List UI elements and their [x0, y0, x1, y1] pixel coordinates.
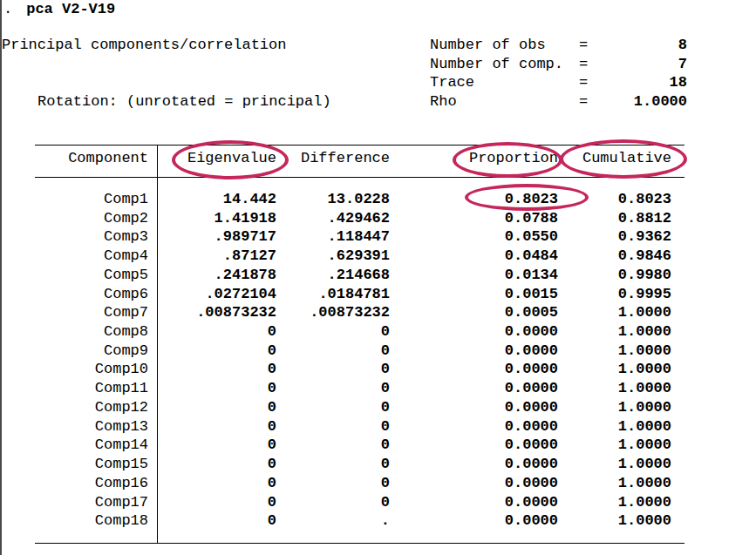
table-row: Comp8 0 0 0.0000 1.0000 [0, 322, 756, 342]
table-row: Comp13 0 0 0.0000 1.0000 [0, 417, 756, 437]
proportion-cell: 0.0000 [427, 455, 558, 474]
stata-results-window: .pca V2-V19 Principal components/correla… [0, 0, 756, 555]
command-text: pca V2-V19 [26, 1, 115, 17]
cumulative-cell: 0.9980 [541, 266, 671, 285]
cumulative-cell: 1.0000 [541, 436, 671, 455]
stat-label-number-of-comp: Number of comp. [430, 56, 563, 72]
difference-cell: 0 [259, 455, 390, 474]
command-line: .pca V2-V19 [3, 1, 115, 17]
table-row: Comp9 0 0 0.0000 1.0000 [0, 342, 756, 361]
stat-label-number-of-obs: Number of obs [430, 37, 546, 53]
component-cell: Comp13 [17, 417, 148, 437]
output-title: Principal components/correlation [2, 37, 286, 53]
eigenvalue-cell: 0 [146, 342, 276, 361]
stat-label-trace: Trace [430, 74, 474, 91]
cumulative-cell: 1.0000 [541, 511, 671, 531]
cumulative-cell: 0.8023 [541, 190, 671, 209]
rotation-line: Rotation: (unrotated = principal) [37, 93, 331, 110]
stat-label-rho: Rho [430, 93, 457, 110]
cumulative-cell: 1.0000 [541, 398, 671, 417]
proportion-cell: 0.0000 [427, 436, 558, 455]
table-row: Comp5 .241878 .214668 0.0134 0.9980 [0, 266, 756, 285]
component-cell: Comp8 [17, 322, 148, 342]
eigenvalue-cell: .87127 [146, 247, 276, 266]
column-header-cumulative: Cumulative [541, 150, 671, 166]
stat-value-rho: 1.0000 [593, 93, 687, 110]
proportion-cell: 0.0134 [427, 266, 558, 285]
difference-cell: 0 [259, 398, 390, 417]
table-row: Comp10 0 0 0.0000 1.0000 [0, 360, 756, 379]
table-row: Comp15 0 0 0.0000 1.0000 [0, 455, 756, 474]
difference-cell: 0 [259, 322, 390, 342]
eigenvalue-cell: 0 [146, 493, 276, 512]
eigenvalue-cell: .241878 [146, 266, 276, 285]
component-cell: Comp3 [17, 227, 148, 247]
stat-value-number-of-comp: 7 [593, 56, 687, 72]
table-row: Comp4 .87127 .629391 0.0484 0.9846 [0, 247, 756, 266]
difference-cell: 0 [259, 417, 390, 437]
cumulative-cell: 1.0000 [541, 303, 671, 322]
stat-eq: = [579, 93, 588, 110]
cumulative-cell: 1.0000 [541, 493, 671, 512]
component-cell: Comp2 [17, 209, 148, 228]
eigenvalue-cell: 0 [146, 360, 276, 379]
table-row: Comp18 0 . 0.0000 1.0000 [0, 511, 756, 531]
eigenvalue-cell: .989717 [146, 227, 276, 247]
cumulative-cell: 1.0000 [541, 342, 671, 361]
component-cell: Comp18 [17, 511, 148, 531]
difference-cell: 0 [259, 379, 390, 398]
table-header-row: Component Eigenvalue Difference Proporti… [0, 150, 756, 169]
cumulative-cell: 1.0000 [541, 417, 671, 437]
eigenvalue-cell: 0 [146, 511, 276, 531]
table-row: Comp7 .00873232 .00873232 0.0005 1.0000 [0, 303, 756, 322]
proportion-cell: 0.0000 [427, 417, 558, 437]
eigenvalue-cell: 0 [146, 455, 276, 474]
cumulative-cell: 1.0000 [541, 455, 671, 474]
table-row: Comp1 14.442 13.0228 0.8023 0.8023 [0, 190, 756, 209]
stat-eq: = [579, 56, 588, 72]
cumulative-cell: 0.8812 [541, 209, 671, 228]
proportion-cell: 0.0000 [427, 493, 558, 512]
stat-value-trace: 18 [593, 74, 687, 91]
difference-cell: . [259, 511, 390, 531]
component-cell: Comp15 [17, 455, 148, 474]
cumulative-cell: 1.0000 [541, 474, 671, 493]
table-row: Comp12 0 0 0.0000 1.0000 [0, 398, 756, 417]
component-cell: Comp5 [17, 266, 148, 285]
difference-cell: 0 [259, 342, 390, 361]
proportion-cell: 0.0788 [427, 209, 558, 228]
proportion-cell: 0.0000 [427, 379, 558, 398]
table-header-rule [35, 177, 684, 178]
eigenvalue-cell: 0 [146, 436, 276, 455]
eigenvalue-cell: 0 [146, 417, 276, 437]
table-row: Comp16 0 0 0.0000 1.0000 [0, 474, 756, 493]
stat-value-number-of-obs: 8 [593, 37, 687, 53]
table-row: Comp14 0 0 0.0000 1.0000 [0, 436, 756, 455]
proportion-cell: 0.8023 [427, 190, 558, 209]
proportion-cell: 0.0000 [427, 398, 558, 417]
eigenvalue-cell: 14.442 [146, 190, 276, 209]
column-header-eigenvalue: Eigenvalue [146, 150, 276, 166]
proportion-cell: 0.0000 [427, 474, 558, 493]
stat-eq: = [579, 74, 588, 91]
eigenvalue-cell: 0 [146, 398, 276, 417]
cumulative-cell: 0.9846 [541, 247, 671, 266]
component-cell: Comp4 [17, 247, 148, 266]
component-cell: Comp16 [17, 474, 148, 493]
component-cell: Comp11 [17, 379, 148, 398]
table-top-rule [35, 145, 684, 146]
table-bottom-rule [35, 543, 684, 544]
proportion-cell: 0.0000 [427, 511, 558, 531]
difference-cell: 0 [259, 360, 390, 379]
difference-cell: .118447 [259, 227, 390, 247]
table-row: Comp6 .0272104 .0184781 0.0015 0.9995 [0, 285, 756, 304]
eigenvalue-cell: 0 [146, 474, 276, 493]
difference-cell: 13.0228 [259, 190, 390, 209]
stat-eq: = [579, 37, 588, 53]
table-row: Comp17 0 0 0.0000 1.0000 [0, 493, 756, 512]
eigenvalue-cell: .00873232 [146, 303, 276, 322]
difference-cell: .429462 [259, 209, 390, 228]
component-cell: Comp10 [17, 360, 148, 379]
component-cell: Comp7 [17, 303, 148, 322]
proportion-cell: 0.0000 [427, 360, 558, 379]
